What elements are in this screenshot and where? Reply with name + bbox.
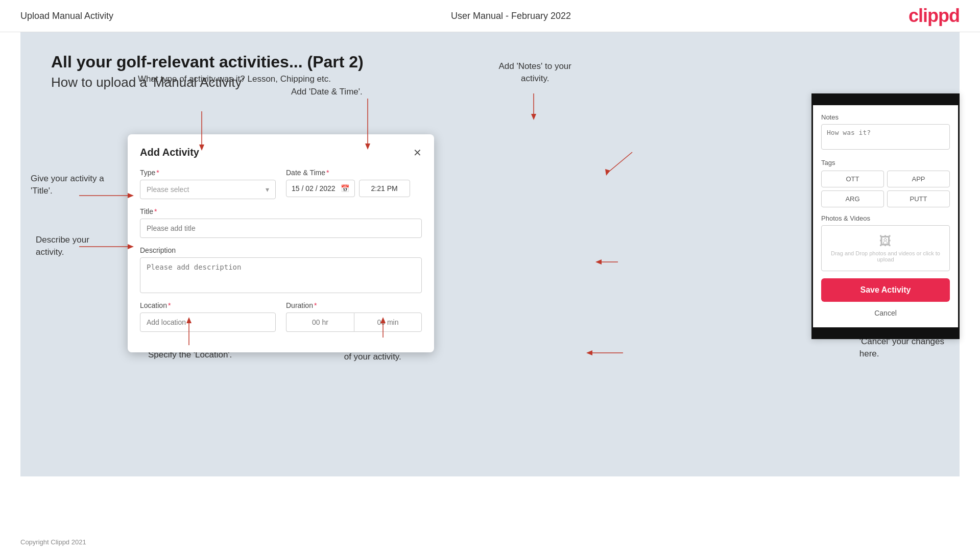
chevron-down-icon: ▾ (266, 185, 269, 194)
svg-marker-17 (595, 259, 602, 265)
svg-line-14 (608, 152, 632, 173)
photos-drag-text: Drag and Drop photos and videos or click… (830, 250, 941, 262)
location-label: Location* (140, 301, 276, 309)
save-activity-button[interactable]: Save Activity (821, 278, 950, 302)
location-input[interactable] (140, 313, 276, 332)
page-title: Upload Manual Activity (20, 11, 113, 21)
photos-upload[interactable]: 🖼 Drag and Drop photos and videos or cli… (821, 225, 950, 271)
type-group: Type* Please select ▾ (140, 169, 276, 199)
type-select[interactable]: Please select ▾ (140, 180, 276, 199)
manual-title: User Manual - February 2022 (451, 11, 571, 21)
photo-icon: 🖼 (879, 234, 892, 248)
dialog-header: Add Activity ✕ (140, 147, 422, 158)
datetime-group: Date & Time* 15 / 02 / 2022 📅 2:21 PM (286, 169, 422, 199)
date-time-inputs: 15 / 02 / 2022 📅 2:21 PM (286, 180, 422, 197)
notes-input[interactable] (821, 124, 950, 150)
svg-marker-15 (605, 169, 610, 176)
type-label: Type* (140, 169, 276, 177)
close-button[interactable]: ✕ (413, 148, 422, 158)
tag-arg[interactable]: ARG (821, 190, 884, 207)
duration-inputs (286, 313, 422, 332)
cancel-link[interactable]: Cancel (821, 307, 950, 319)
tag-ott[interactable]: OTT (821, 171, 884, 187)
logo: clippd (909, 5, 960, 27)
title-group: Title* (140, 207, 422, 238)
tag-app[interactable]: APP (887, 171, 950, 187)
description-label: Description (140, 246, 422, 254)
annotation-type: What type of activity was it? Lesson, Ch… (138, 73, 331, 85)
photos-label: Photos & Videos (821, 214, 950, 222)
main-content: All your golf-relevant activities... (Pa… (20, 32, 960, 476)
phone-bottom-bar (813, 327, 958, 338)
svg-marker-19 (586, 350, 592, 355)
duration-label: Duration* (286, 301, 422, 309)
annotation-description: Describe youractivity. (36, 234, 89, 258)
phone-top-bar (813, 95, 958, 105)
duration-hr-input[interactable] (286, 313, 354, 332)
calendar-icon: 📅 (341, 184, 349, 193)
notes-label: Notes (821, 113, 950, 121)
location-group: Location* (140, 301, 276, 332)
phone-inner: Notes Tags OTT APP ARG PUTT Photos & Vid… (813, 105, 958, 327)
svg-marker-13 (531, 114, 536, 120)
datetime-label: Date & Time* (286, 169, 422, 177)
time-input[interactable]: 2:21 PM (359, 180, 410, 197)
copyright: Copyright Clippd 2021 (20, 538, 86, 546)
description-input[interactable] (140, 257, 422, 293)
type-datetime-row: Type* Please select ▾ Date & Time* 15 / … (140, 169, 422, 199)
duration-group: Duration* (286, 301, 422, 332)
main-heading: All your golf-relevant activities... (Pa… (51, 53, 929, 71)
tags-label: Tags (821, 159, 950, 166)
top-bar: Upload Manual Activity User Manual - Feb… (0, 0, 980, 32)
description-group: Description (140, 246, 422, 293)
date-input[interactable]: 15 / 02 / 2022 📅 (286, 180, 355, 197)
tags-grid: OTT APP ARG PUTT (821, 171, 950, 207)
annotation-notes: Add 'Notes' to youractivity. (498, 60, 571, 85)
title-label: Title* (140, 207, 422, 215)
annotation-datetime: Add 'Date & Time'. (291, 86, 363, 98)
duration-min-input[interactable] (354, 313, 422, 332)
annotation-title: Give your activity a'Title'. (31, 173, 104, 197)
add-activity-dialog: Add Activity ✕ Type* Please select ▾ Dat… (128, 134, 434, 352)
dialog-title: Add Activity (140, 147, 199, 158)
phone-panel: Notes Tags OTT APP ARG PUTT Photos & Vid… (811, 93, 960, 339)
location-duration-row: Location* Duration* (140, 301, 422, 332)
tag-putt[interactable]: PUTT (887, 190, 950, 207)
title-input[interactable] (140, 219, 422, 238)
